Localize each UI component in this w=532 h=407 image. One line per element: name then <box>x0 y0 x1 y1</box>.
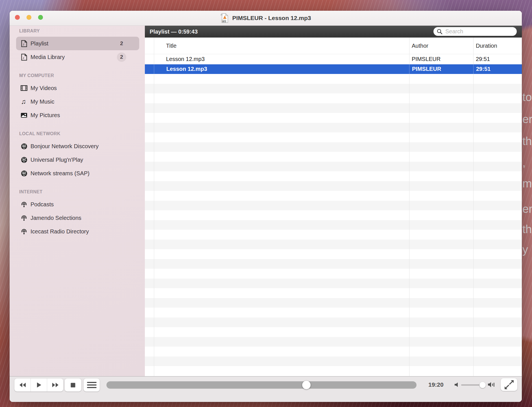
stop-button[interactable] <box>65 378 81 391</box>
sidebar-item-playlist[interactable]: ♪Playlist2 <box>16 37 139 50</box>
elapsed-time: 19:20 <box>428 381 444 388</box>
playlist-table: Title Author Duration Lesson 12.mp3PIMSL… <box>145 38 522 376</box>
count-badge: 2 <box>117 52 126 62</box>
fast-forward-icon <box>52 382 59 388</box>
sidebar-item-label: Jamendo Selections <box>30 215 81 221</box>
table-header: Title Author Duration <box>145 38 522 54</box>
svg-text:♪: ♪ <box>23 42 25 46</box>
window-titlebar[interactable]: MP3 PIMSLEUR - Lesson 12.mp3 <box>10 11 522 26</box>
sidebar-item-media-library[interactable]: ♪Media Library2 <box>16 50 139 64</box>
sidebar-item-label: My Videos <box>30 85 57 91</box>
vlc-window: MP3 PIMSLEUR - Lesson 12.mp3 LIBRARY♪Pla… <box>10 11 522 402</box>
background-text-fragment: m <box>522 178 532 189</box>
cell-title: Lesson 12.mp3 <box>154 64 409 74</box>
background-text-fragment: th <box>522 135 532 147</box>
svg-text:♪: ♪ <box>23 56 25 60</box>
row-gutter <box>145 54 154 64</box>
background-text-fragment: y <box>522 244 528 255</box>
sidebar-item-universal-plug-n-play[interactable]: Universal Plug'n'Play <box>16 153 139 167</box>
column-header-duration[interactable]: Duration <box>473 43 522 49</box>
sidebar-item-network-streams-sap[interactable]: Network streams (SAP) <box>16 167 139 180</box>
column-header-author[interactable]: Author <box>409 43 473 49</box>
background-text-fragment: ery <box>522 113 532 125</box>
minimize-button[interactable] <box>27 15 31 20</box>
sidebar-item-my-music[interactable]: ♫My Music <box>16 95 139 108</box>
cell-author: PIMSLEUR <box>409 54 473 64</box>
doc-note-icon: ♪ <box>21 40 27 47</box>
music-icon: ♫ <box>21 98 27 105</box>
menu-icon <box>87 382 97 388</box>
podcast-icon <box>21 201 27 208</box>
podcast-icon <box>21 214 27 222</box>
search-icon <box>437 29 443 35</box>
sidebar-section-internet: INTERNETPodcastsJamendo SelectionsIcecas… <box>10 188 145 238</box>
column-header-title[interactable]: Title <box>154 43 409 49</box>
fullscreen-icon <box>504 380 514 390</box>
section-label: MY COMPUTER <box>19 72 145 79</box>
playlist-summary: Playlist — 0:59:43 <box>150 29 198 35</box>
doc-note-icon: ♪ <box>21 53 27 61</box>
sidebar-item-label: Bonjour Network Discovery <box>30 143 99 150</box>
volume-low-icon[interactable] <box>455 382 459 387</box>
sidebar-item-label: Network streams (SAP) <box>30 170 90 177</box>
sidebar-item-my-pictures[interactable]: My Pictures <box>16 108 139 122</box>
seek-slider[interactable] <box>106 381 417 389</box>
globe-icon <box>21 156 27 163</box>
cell-duration: 29:51 <box>473 64 522 74</box>
globe-icon <box>21 143 27 150</box>
sidebar-section-library: LIBRARY♪Playlist2♪Media Library2 <box>10 27 145 64</box>
section-label: LOCAL NETWORK <box>19 130 145 137</box>
sidebar-item-bonjour-network-discovery[interactable]: Bonjour Network Discovery <box>16 139 139 153</box>
volume-high-icon[interactable] <box>488 382 495 388</box>
zoom-button[interactable] <box>38 15 43 20</box>
cell-duration: 29:51 <box>473 54 522 64</box>
sidebar-section-local-network: LOCAL NETWORKBonjour Network DiscoveryUn… <box>10 130 145 180</box>
mp3-file-icon: MP3 <box>221 13 229 23</box>
transport-button-group <box>14 378 63 391</box>
sidebar-item-my-videos[interactable]: My Videos <box>16 81 139 95</box>
section-label: LIBRARY <box>19 27 145 35</box>
title-group: MP3 PIMSLEUR - Lesson 12.mp3 <box>221 13 311 23</box>
playlist-row[interactable]: Lesson 12.mp3PIMSLEUR29:51 <box>145 54 522 64</box>
window-title: PIMSLEUR - Lesson 12.mp3 <box>232 15 311 21</box>
fullscreen-button[interactable] <box>501 378 517 391</box>
cell-title: Lesson 12.mp3 <box>154 54 409 64</box>
sidebar-item-label: Media Library <box>30 54 65 60</box>
svg-text:♫: ♫ <box>21 98 26 105</box>
sidebar-section-my-computer: MY COMPUTERMy Videos♫My MusicMy Pictures <box>10 72 145 122</box>
row-gutter <box>145 64 154 74</box>
close-button[interactable] <box>15 15 20 20</box>
sidebar-item-podcasts[interactable]: Podcasts <box>16 198 139 211</box>
sidebar-item-icecast-radio-directory[interactable]: Icecast Radio Directory <box>16 225 139 238</box>
main-panel: Playlist — 0:59:43 Search Title <box>145 26 522 376</box>
sidebar-item-label: My Music <box>30 99 54 105</box>
sidebar-item-label: Podcasts <box>30 201 54 208</box>
playlist-menu-button[interactable] <box>84 378 100 391</box>
search-input[interactable]: Search <box>433 27 517 36</box>
background-text-fragment: th <box>522 224 532 235</box>
picture-icon <box>21 111 27 119</box>
fast-forward-button[interactable] <box>47 378 63 391</box>
empty-rows-stripes <box>145 74 522 376</box>
sidebar-item-label: My Pictures <box>30 112 60 119</box>
volume-knob[interactable] <box>479 382 486 388</box>
background-text-fragment: en <box>522 203 532 215</box>
cell-author: PIMSLEUR <box>409 64 473 74</box>
film-icon <box>21 84 27 92</box>
sidebar-item-label: Playlist <box>30 40 48 47</box>
podcast-icon <box>21 228 27 235</box>
desktop-wallpaper: toeryth,menthy MP3 <box>0 0 532 407</box>
sidebar-item-jamendo-selections[interactable]: Jamendo Selections <box>16 211 139 225</box>
play-button[interactable] <box>30 378 47 391</box>
background-text-fragment: , <box>522 157 526 168</box>
rewind-button[interactable] <box>14 378 30 391</box>
sidebar-item-label: Icecast Radio Directory <box>30 228 89 235</box>
sidebar-item-label: Universal Plug'n'Play <box>30 157 83 163</box>
playlist-row-selected[interactable]: Lesson 12.mp3PIMSLEUR29:51 <box>145 64 522 74</box>
playlist-header-bar: Playlist — 0:59:43 Search <box>145 26 522 38</box>
globe-icon <box>21 170 27 177</box>
transport-bar: 19:20 <box>10 376 522 402</box>
sidebar: LIBRARY♪Playlist2♪Media Library2MY COMPU… <box>10 26 145 376</box>
seek-knob[interactable] <box>302 381 311 389</box>
section-label: INTERNET <box>19 188 145 196</box>
